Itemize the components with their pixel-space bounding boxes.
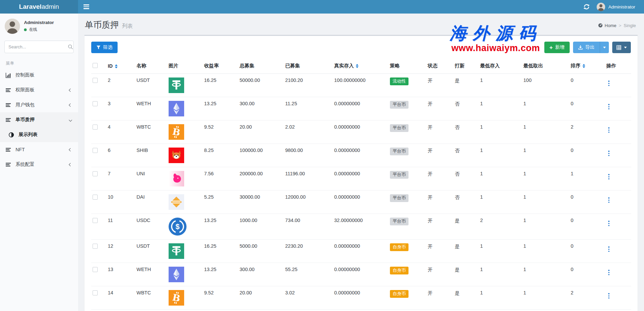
column-header-ID[interactable]: ID	[106, 59, 135, 74]
cell-id: 7	[106, 167, 135, 191]
row-actions-button[interactable]	[606, 80, 612, 87]
search-input[interactable]	[8, 44, 68, 49]
filter-button[interactable]: 筛选	[91, 42, 118, 53]
cell-image	[167, 240, 203, 263]
sidebar-item-nft[interactable]: NFT	[0, 142, 78, 157]
caret-down-icon	[603, 47, 606, 48]
weth-coin-icon	[169, 267, 184, 282]
cell-subscribe: 否	[453, 97, 479, 120]
cell-min_out: 1	[522, 263, 569, 286]
cell-min_out: 1	[522, 214, 569, 240]
chevron-icon	[69, 103, 72, 107]
sidebar-item-label: 控制面板	[16, 72, 73, 78]
row-checkbox[interactable]	[93, 148, 98, 153]
cell-image	[167, 97, 203, 120]
breadcrumb-current: Single	[624, 23, 636, 28]
row-actions-button[interactable]	[606, 150, 612, 157]
row-actions-button[interactable]	[606, 127, 612, 133]
cell-subscribe: 是	[453, 214, 479, 240]
chevron-icon	[69, 118, 72, 121]
cell-sort: 2	[569, 120, 605, 144]
cell-name: SHIB	[135, 310, 167, 311]
cell-rate: 13.25	[203, 97, 238, 120]
brand-logo[interactable]: Laravel admin	[0, 0, 78, 14]
row-actions-button[interactable]	[606, 292, 612, 299]
row-checkbox[interactable]	[93, 101, 98, 106]
row-checkbox[interactable]	[93, 195, 98, 200]
cell-min_in: 1	[479, 191, 522, 214]
row-actions-button[interactable]	[606, 269, 612, 276]
sidebar-item-dashboard[interactable]: 控制面板	[0, 68, 78, 83]
row-checkbox[interactable]	[93, 290, 98, 295]
cell-min_in: 1	[479, 74, 522, 97]
sidebar-item-label: 权限面板	[16, 87, 69, 93]
cell-rate: 9.52	[203, 120, 238, 144]
select-all-checkbox[interactable]	[93, 63, 98, 68]
sidebar-item-user-wallet[interactable]: 用户钱包	[0, 97, 78, 112]
search-icon[interactable]	[68, 44, 73, 49]
cell-select	[91, 97, 106, 120]
row-actions-button[interactable]	[606, 246, 612, 252]
cell-real: 0.00000000	[333, 310, 389, 311]
row-checkbox[interactable]	[93, 78, 98, 83]
cell-total: 20.00	[238, 286, 284, 310]
row-actions-button[interactable]	[606, 173, 612, 180]
cell-status: 开	[426, 97, 453, 120]
cell-select	[91, 191, 106, 214]
refresh-icon[interactable]	[583, 3, 590, 10]
sidebar-item-auth-panel[interactable]: 权限面板	[0, 83, 78, 97]
navbar-user-menu[interactable]: Administrator	[597, 3, 635, 11]
cell-subscribe: 否	[453, 167, 479, 191]
cell-min_out: 1	[522, 240, 569, 263]
shib-coin-icon	[169, 148, 184, 163]
row-actions-button[interactable]	[606, 220, 612, 227]
cell-min_out: 1	[522, 167, 569, 191]
row-checkbox[interactable]	[93, 267, 98, 272]
cell-image	[167, 263, 203, 286]
sidebar-user-status: 在线	[24, 27, 54, 32]
column-header-操作: 操作	[605, 59, 631, 74]
sidebar-toggle-button[interactable]	[78, 0, 94, 14]
cell-sort: 0	[569, 74, 605, 97]
list-icon	[5, 87, 11, 93]
sidebar-user-name: Administrator	[24, 20, 54, 25]
sort-arrows-icon	[583, 64, 585, 68]
sidebar-item-single-pledge[interactable]: 单币质押	[0, 112, 78, 127]
cell-min_in: 1	[479, 120, 522, 144]
sidebar-item-display-list[interactable]: 展示列表	[0, 127, 78, 142]
column-header-最低取出: 最低取出	[522, 59, 569, 74]
column-selector-button[interactable]	[612, 42, 631, 53]
export-button[interactable]: 导出	[573, 42, 600, 53]
row-checkbox[interactable]	[93, 171, 98, 176]
row-actions-button[interactable]	[606, 197, 612, 203]
cell-rate: 16.25	[203, 74, 238, 97]
cell-actions	[605, 214, 631, 240]
cell-strategy: 流动性	[389, 74, 426, 97]
cell-id: 2	[106, 74, 135, 97]
cell-sort: 0	[569, 263, 605, 286]
column-header-真实存入[interactable]: 真实存入	[333, 59, 389, 74]
export-dropdown-toggle[interactable]	[600, 42, 609, 53]
page-subtitle: 列表	[122, 23, 133, 29]
cell-id: 3	[106, 97, 135, 120]
cell-image	[167, 74, 203, 97]
breadcrumb-home-link[interactable]: Home	[598, 23, 617, 28]
row-checkbox[interactable]	[93, 244, 98, 249]
row-checkbox[interactable]	[93, 125, 98, 130]
cell-strategy: 自身币	[389, 263, 426, 286]
row-checkbox[interactable]	[93, 218, 98, 223]
row-actions-button[interactable]	[606, 103, 612, 110]
main-content: 单币质押列表 Home > Single 海外源码 www.haiwaiym.c…	[78, 14, 644, 311]
cell-real: 0.00000000	[333, 144, 389, 167]
add-button[interactable]: + 新增	[544, 42, 570, 53]
cell-min_in: 1	[479, 167, 522, 191]
column-header-已募集: 已募集	[284, 59, 333, 74]
cell-actions	[605, 191, 631, 214]
sidebar-item-system-config[interactable]: 系统配置	[0, 157, 78, 172]
cell-name: USDT	[135, 240, 167, 263]
cell-rate: 13.25	[203, 263, 238, 286]
cell-total: 20.00	[238, 120, 284, 144]
column-header-排序[interactable]: 排序	[569, 59, 605, 74]
table-row: 11 USDC $ 13.25 1000.00 734.00 32.000000…	[91, 214, 631, 240]
cell-sort: 0	[569, 144, 605, 167]
